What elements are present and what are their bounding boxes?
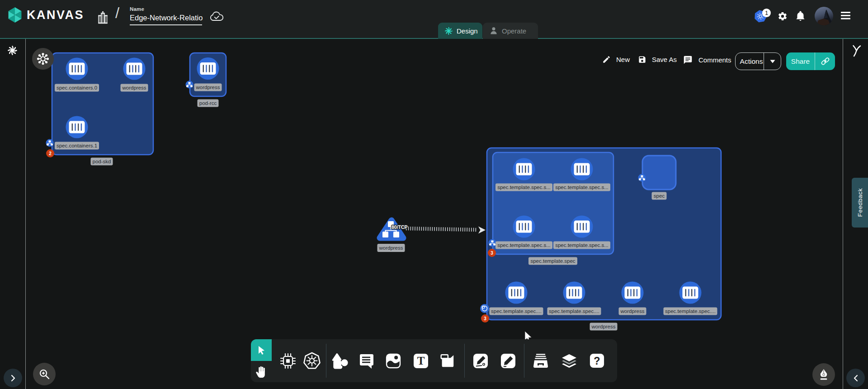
svg-text:spec.template.spec.s...: spec.template.spec.s...: [555, 185, 609, 190]
svg-text:spec.template.spec.s...: spec.template.spec.s...: [497, 185, 551, 190]
svg-text:spec.template.spec: spec.template.spec: [530, 258, 575, 264]
svg-text:T: T: [417, 355, 425, 367]
svg-text:spec.template.spec....: spec.template.spec....: [549, 308, 599, 314]
svg-text:spec.containers.1: spec.containers.1: [57, 143, 97, 148]
svg-text:spec.containers.0: spec.containers.0: [57, 85, 97, 90]
svg-text:wordpress: wordpress: [122, 85, 146, 90]
svg-text:spec.template.spec.s...: spec.template.spec.s...: [497, 242, 551, 248]
svg-text:spec.template.spec....: spec.template.spec....: [665, 308, 716, 314]
svg-text:spec: spec: [654, 193, 665, 199]
svg-text:1: 1: [765, 9, 768, 16]
svg-text:80/TCP: 80/TCP: [392, 224, 408, 230]
svg-text:wordpress: wordpress: [620, 308, 644, 314]
svg-text:pod-skd: pod-skd: [93, 159, 111, 164]
svg-text:pod-rcc: pod-rcc: [199, 100, 217, 106]
svg-text:spec.template.spec.s...: spec.template.spec.s...: [555, 242, 609, 248]
svg-text:wordpress: wordpress: [591, 324, 615, 329]
svg-text:wordpress: wordpress: [378, 245, 403, 251]
svg-text:3: 3: [484, 316, 486, 321]
svg-text:?: ?: [594, 355, 600, 367]
svg-text:spec.template.spec....: spec.template.spec....: [491, 308, 542, 314]
svg-text:2: 2: [49, 151, 52, 156]
svg-text:3: 3: [491, 251, 493, 256]
svg-text:wordpress: wordpress: [195, 85, 220, 90]
